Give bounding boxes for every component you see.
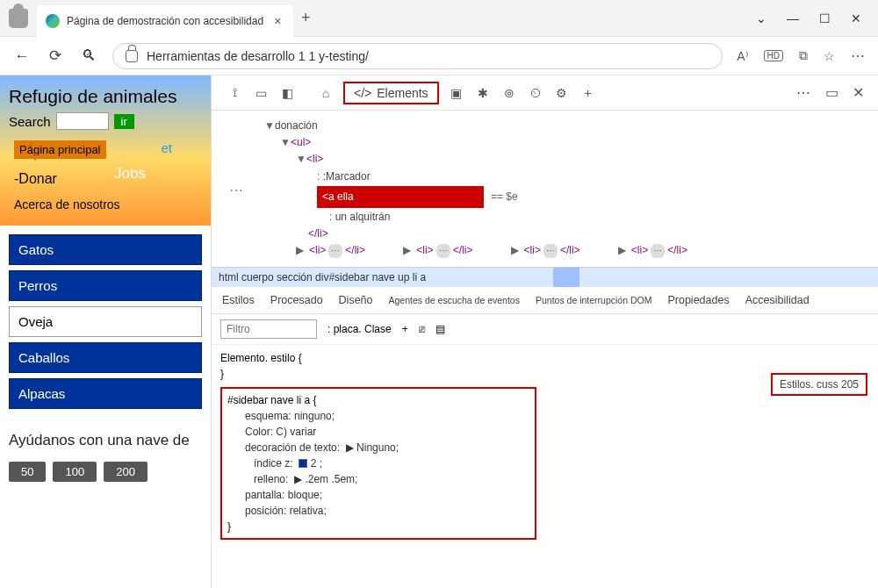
sidebar-item-caballos[interactable]: Caballos [9, 342, 202, 373]
favorite-icon[interactable]: ☆ [824, 49, 835, 63]
devtools-panel: ⟟ ▭ ◧ ⌂ </> Elements ▣ ✱ ⊚ ⏲ ⚙ + ⋯ ▭ ✕ ⋯… [211, 75, 878, 588]
search-label: Search [9, 114, 51, 129]
dom-tree[interactable]: ⋯ ▼donación ▼<ul> ▼<li> : :Marcador <a e… [212, 111, 878, 267]
browser-tab[interactable]: Página de demostración con accesibilidad… [37, 5, 293, 37]
tab-title: Página de demostración con accesibilidad [67, 15, 263, 27]
read-aloud-icon[interactable]: A⁾ [737, 49, 747, 63]
inspect-icon[interactable]: ⟟ [226, 85, 243, 100]
sidebar-item-alpacas[interactable]: Alpacas [9, 378, 202, 409]
url-text: Herramientas de desarrollo 1 1 y-testing… [147, 49, 369, 63]
styles-tabs: Estilos Procesado Diseño Agentes de escu… [212, 287, 878, 314]
memory-icon[interactable]: ⚙ [553, 86, 571, 100]
search-icon[interactable]: 🔍︎ [79, 47, 98, 65]
add-rule-icon[interactable]: + [402, 323, 408, 335]
donate-200-button[interactable]: 200 [104, 462, 148, 482]
donate-50-button[interactable]: 50 [9, 462, 46, 482]
tab-propiedades[interactable]: Propiedades [667, 294, 729, 306]
maximize-button[interactable]: ☐ [818, 11, 831, 25]
tab-diseno[interactable]: Diseño [339, 294, 373, 306]
dock-icon[interactable]: ▭ [825, 84, 838, 101]
home-icon[interactable]: ⌂ [317, 86, 335, 100]
css-rule-sidebar[interactable]: #sidebar nave li a { esquema: ninguno; C… [220, 387, 536, 540]
edge-icon [46, 14, 60, 28]
filter-input[interactable] [220, 319, 317, 339]
ellipsis-icon[interactable]: ⋯ [229, 179, 243, 202]
stylesheet-source-link[interactable]: Estilos. cuss 205 [771, 373, 867, 396]
new-tab-button[interactable]: + [293, 9, 318, 27]
page-title: Refugio de animales [9, 86, 202, 107]
device-icon[interactable]: ▭ [252, 86, 270, 100]
help-text: Ayúdanos con una nave de [0, 430, 211, 451]
page-sidebar: Refugio de animales Search ir Página pri… [0, 75, 211, 588]
dom-breadcrumb[interactable]: html cuerpo sección div#sidebar nave up … [212, 267, 878, 287]
back-button[interactable]: ← [12, 47, 32, 65]
tab-accesibilidad[interactable]: Accesibilidad [745, 294, 810, 306]
tab-agentes[interactable]: Agentes de escucha de eventos [389, 295, 520, 305]
tab-puntos[interactable]: Puntos de interrupción DOM [536, 295, 651, 305]
et-link[interactable]: et [161, 140, 172, 155]
close-tab-icon[interactable]: × [270, 14, 284, 28]
sidebar-item-oveja[interactable]: Oveja [9, 306, 202, 337]
split-icon[interactable]: ◧ [278, 86, 296, 100]
console-icon[interactable]: ▣ [448, 86, 465, 100]
acerca-link[interactable]: Acerca de nosotros [14, 197, 197, 212]
bug-icon[interactable]: ✱ [474, 86, 492, 100]
elements-tab[interactable]: </> Elements [343, 82, 439, 104]
more-icon[interactable]: ⋯ [851, 47, 866, 64]
go-button[interactable]: ir [114, 114, 134, 129]
profile-avatar[interactable] [0, 0, 37, 37]
devtools-more-icon[interactable]: ⋯ [796, 84, 811, 101]
pagina-principal-link[interactable]: Página principal [14, 140, 106, 159]
refresh-button[interactable]: ⟳ [46, 47, 65, 65]
network-icon[interactable]: ⊚ [500, 86, 518, 100]
collections-icon[interactable]: ⧉ [799, 48, 808, 63]
placa-clase[interactable]: : placa. Clase [327, 323, 392, 335]
tab-estilos[interactable]: Estilos [222, 294, 255, 306]
brush-icon[interactable]: ⎚ [419, 323, 425, 335]
jobs-link[interactable]: Jobs [114, 165, 146, 183]
minimize-button[interactable]: — [787, 11, 799, 25]
address-bar[interactable]: Herramientas de desarrollo 1 1 y-testing… [112, 43, 723, 69]
donate-100-button[interactable]: 100 [53, 462, 97, 482]
selected-dom-node[interactable]: <a ella == $e [264, 186, 869, 208]
lock-icon [126, 50, 138, 62]
add-tab-icon[interactable]: + [579, 86, 597, 100]
search-input[interactable] [56, 112, 109, 130]
code-icon: </> [354, 86, 371, 100]
tab-procesado[interactable]: Procesado [270, 294, 323, 306]
performance-icon[interactable]: ⏲ [527, 86, 544, 100]
chevron-down-icon[interactable]: ⌄ [755, 11, 767, 25]
devtools-close-icon[interactable]: ✕ [853, 84, 864, 101]
sidebar-item-gatos[interactable]: Gatos [9, 234, 202, 265]
hd-icon[interactable]: HD [764, 50, 783, 61]
donar-link[interactable]: -Donar [14, 171, 57, 187]
element-style-rule[interactable]: Elemento. estilo { [220, 350, 869, 366]
panel-icon[interactable]: ▤ [435, 323, 445, 335]
close-window-button[interactable]: ✕ [850, 11, 862, 25]
sidebar-item-perros[interactable]: Perros [9, 270, 202, 301]
styles-body: Elemento. estilo { } #sidebar nave li a … [212, 345, 878, 545]
